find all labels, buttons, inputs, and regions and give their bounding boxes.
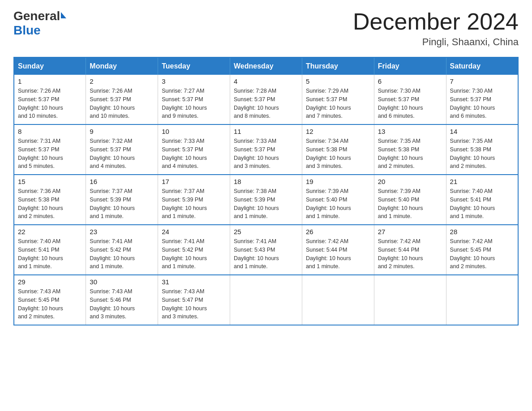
calendar-cell: 26 Sunrise: 7:42 AM Sunset: 5:44 PM Dayl… [302, 225, 374, 275]
calendar-cell [230, 275, 302, 325]
calendar-cell: 30 Sunrise: 7:43 AM Sunset: 5:46 PM Dayl… [86, 275, 158, 325]
day-number: 12 [306, 128, 370, 135]
calendar-cell: 21 Sunrise: 7:40 AM Sunset: 5:41 PM Dayl… [446, 175, 518, 225]
day-info: Sunrise: 7:37 AM Sunset: 5:39 PM Dayligh… [162, 187, 226, 221]
day-info: Sunrise: 7:28 AM Sunset: 5:37 PM Dayligh… [234, 87, 298, 120]
day-info: Sunrise: 7:42 AM Sunset: 5:44 PM Dayligh… [306, 237, 370, 271]
day-number: 3 [162, 77, 226, 85]
calendar-cell: 9 Sunrise: 7:32 AM Sunset: 5:37 PM Dayli… [86, 124, 158, 175]
calendar-cell: 12 Sunrise: 7:34 AM Sunset: 5:38 PM Dayl… [302, 124, 374, 175]
calendar-cell: 2 Sunrise: 7:26 AM Sunset: 5:37 PM Dayli… [86, 75, 158, 124]
calendar-cell: 20 Sunrise: 7:39 AM Sunset: 5:40 PM Dayl… [374, 175, 446, 225]
day-number: 14 [450, 128, 514, 135]
day-info: Sunrise: 7:31 AM Sunset: 5:37 PM Dayligh… [18, 137, 82, 171]
calendar-cell: 25 Sunrise: 7:41 AM Sunset: 5:43 PM Dayl… [230, 225, 302, 275]
day-info: Sunrise: 7:26 AM Sunset: 5:37 PM Dayligh… [90, 87, 154, 120]
calendar-cell: 8 Sunrise: 7:31 AM Sunset: 5:37 PM Dayli… [14, 124, 86, 175]
day-info: Sunrise: 7:36 AM Sunset: 5:38 PM Dayligh… [18, 187, 82, 221]
header-wednesday: Wednesday [230, 57, 302, 75]
day-info: Sunrise: 7:32 AM Sunset: 5:37 PM Dayligh… [90, 137, 154, 171]
calendar-cell: 27 Sunrise: 7:42 AM Sunset: 5:44 PM Dayl… [374, 225, 446, 275]
calendar-cell: 13 Sunrise: 7:35 AM Sunset: 5:38 PM Dayl… [374, 124, 446, 175]
calendar-cell: 14 Sunrise: 7:35 AM Sunset: 5:38 PM Dayl… [446, 124, 518, 175]
day-number: 17 [162, 178, 226, 185]
calendar-cell: 16 Sunrise: 7:37 AM Sunset: 5:39 PM Dayl… [86, 175, 158, 225]
day-number: 21 [450, 178, 514, 185]
calendar-cell [302, 275, 374, 325]
day-number: 5 [306, 77, 370, 85]
day-info: Sunrise: 7:42 AM Sunset: 5:45 PM Dayligh… [450, 237, 514, 271]
day-number: 18 [234, 178, 298, 185]
calendar-week-row: 29 Sunrise: 7:43 AM Sunset: 5:45 PM Dayl… [14, 275, 518, 325]
header-monday: Monday [86, 57, 158, 75]
logo-triangle-icon [61, 12, 66, 18]
day-info: Sunrise: 7:39 AM Sunset: 5:40 PM Dayligh… [306, 187, 370, 221]
calendar-cell: 28 Sunrise: 7:42 AM Sunset: 5:45 PM Dayl… [446, 225, 518, 275]
day-number: 15 [18, 178, 82, 185]
day-info: Sunrise: 7:42 AM Sunset: 5:44 PM Dayligh… [378, 237, 442, 271]
day-info: Sunrise: 7:40 AM Sunset: 5:41 PM Dayligh… [18, 237, 82, 271]
day-number: 29 [18, 278, 82, 286]
day-number: 31 [162, 278, 226, 286]
day-info: Sunrise: 7:33 AM Sunset: 5:37 PM Dayligh… [162, 137, 226, 171]
calendar-cell: 1 Sunrise: 7:26 AM Sunset: 5:37 PM Dayli… [14, 75, 86, 124]
day-number: 13 [378, 128, 442, 135]
header-friday: Friday [374, 57, 446, 75]
day-number: 24 [162, 228, 226, 235]
calendar-cell: 15 Sunrise: 7:36 AM Sunset: 5:38 PM Dayl… [14, 175, 86, 225]
calendar-table: SundayMondayTuesdayWednesdayThursdayFrid… [13, 57, 519, 325]
page-header: General Blue December 2024 Pingli, Shaan… [13, 9, 519, 48]
calendar-cell: 29 Sunrise: 7:43 AM Sunset: 5:45 PM Dayl… [14, 275, 86, 325]
header-sunday: Sunday [14, 57, 86, 75]
calendar-cell: 5 Sunrise: 7:29 AM Sunset: 5:37 PM Dayli… [302, 75, 374, 124]
calendar-cell: 7 Sunrise: 7:30 AM Sunset: 5:37 PM Dayli… [446, 75, 518, 124]
day-info: Sunrise: 7:34 AM Sunset: 5:38 PM Dayligh… [306, 137, 370, 171]
day-number: 4 [234, 77, 298, 85]
day-number: 27 [378, 228, 442, 235]
day-number: 19 [306, 178, 370, 185]
calendar-cell: 3 Sunrise: 7:27 AM Sunset: 5:37 PM Dayli… [158, 75, 230, 124]
day-info: Sunrise: 7:41 AM Sunset: 5:43 PM Dayligh… [234, 237, 298, 271]
header-tuesday: Tuesday [158, 57, 230, 75]
day-number: 9 [90, 128, 154, 135]
day-number: 16 [90, 178, 154, 185]
day-info: Sunrise: 7:43 AM Sunset: 5:47 PM Dayligh… [162, 287, 226, 321]
day-info: Sunrise: 7:40 AM Sunset: 5:41 PM Dayligh… [450, 187, 514, 221]
day-number: 1 [18, 77, 82, 85]
day-number: 28 [450, 228, 514, 235]
day-info: Sunrise: 7:41 AM Sunset: 5:42 PM Dayligh… [90, 237, 154, 271]
calendar-week-row: 15 Sunrise: 7:36 AM Sunset: 5:38 PM Dayl… [14, 175, 518, 225]
day-info: Sunrise: 7:30 AM Sunset: 5:37 PM Dayligh… [378, 87, 442, 120]
logo-general-text: General [13, 9, 60, 23]
day-info: Sunrise: 7:35 AM Sunset: 5:38 PM Dayligh… [450, 137, 514, 171]
day-info: Sunrise: 7:43 AM Sunset: 5:45 PM Dayligh… [18, 287, 82, 321]
location-subtitle: Pingli, Shaanxi, China [353, 36, 519, 48]
day-number: 11 [234, 128, 298, 135]
calendar-header-row: SundayMondayTuesdayWednesdayThursdayFrid… [14, 57, 518, 75]
logo: General Blue [13, 9, 66, 38]
calendar-cell: 6 Sunrise: 7:30 AM Sunset: 5:37 PM Dayli… [374, 75, 446, 124]
day-number: 22 [18, 228, 82, 235]
day-number: 25 [234, 228, 298, 235]
title-section: December 2024 Pingli, Shaanxi, China [353, 9, 519, 48]
calendar-cell: 24 Sunrise: 7:41 AM Sunset: 5:42 PM Dayl… [158, 225, 230, 275]
logo-blue-part [60, 14, 66, 18]
day-number: 20 [378, 178, 442, 185]
day-info: Sunrise: 7:33 AM Sunset: 5:37 PM Dayligh… [234, 137, 298, 171]
day-info: Sunrise: 7:26 AM Sunset: 5:37 PM Dayligh… [18, 87, 82, 120]
day-number: 10 [162, 128, 226, 135]
calendar-cell: 31 Sunrise: 7:43 AM Sunset: 5:47 PM Dayl… [158, 275, 230, 325]
day-number: 23 [90, 228, 154, 235]
calendar-cell [446, 275, 518, 325]
calendar-cell: 18 Sunrise: 7:38 AM Sunset: 5:39 PM Dayl… [230, 175, 302, 225]
day-number: 2 [90, 77, 154, 85]
day-info: Sunrise: 7:38 AM Sunset: 5:39 PM Dayligh… [234, 187, 298, 221]
day-info: Sunrise: 7:37 AM Sunset: 5:39 PM Dayligh… [90, 187, 154, 221]
calendar-cell: 11 Sunrise: 7:33 AM Sunset: 5:37 PM Dayl… [230, 124, 302, 175]
day-info: Sunrise: 7:41 AM Sunset: 5:42 PM Dayligh… [162, 237, 226, 271]
header-thursday: Thursday [302, 57, 374, 75]
logo-blue-text: Blue [13, 23, 41, 38]
header-saturday: Saturday [446, 57, 518, 75]
calendar-cell: 17 Sunrise: 7:37 AM Sunset: 5:39 PM Dayl… [158, 175, 230, 225]
day-number: 26 [306, 228, 370, 235]
